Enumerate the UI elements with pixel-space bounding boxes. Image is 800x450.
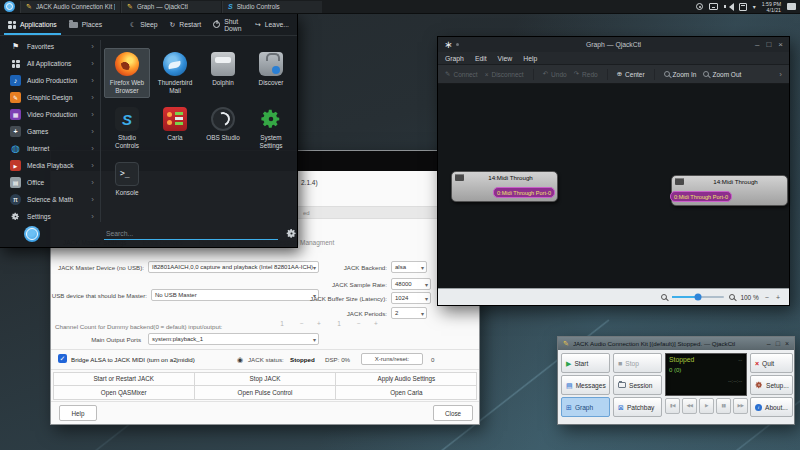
tab-applications[interactable]: Applications (8, 14, 57, 35)
buffer-size-select[interactable]: 1024 (391, 292, 431, 304)
app-konsole[interactable]: Konsole (104, 158, 150, 201)
taskbar-item-studio-controls[interactable]: Studio Controls (222, 1, 322, 13)
xruns-reset-button[interactable]: X-runs/reset: (361, 353, 423, 365)
center-button[interactable]: Center (617, 70, 645, 78)
app-studio-controls[interactable]: Studio Controls (104, 103, 150, 153)
connect-button[interactable]: Connect (445, 70, 478, 78)
app-discover[interactable]: Discover (248, 48, 294, 98)
disconnect-button[interactable]: Disconnect (485, 71, 524, 78)
transport-rewind-button[interactable] (682, 398, 697, 414)
graph-canvas[interactable]: 14:Midi Through 0:Midi Through Port-0 14… (438, 84, 789, 290)
maximize-button[interactable] (766, 41, 771, 49)
start-restart-jack-button[interactable]: Start or Restart JACK (53, 372, 195, 387)
patchbay-button[interactable]: Patchbay (613, 397, 662, 417)
close-button[interactable] (785, 340, 789, 348)
taskbar-item-qjackctl[interactable]: JACK Audio Connection Kit [(defau... (20, 1, 120, 13)
sidebar-item-favorites[interactable]: Favorites (0, 38, 100, 55)
leave-button[interactable]: Leave... (255, 14, 289, 35)
main-output-select[interactable]: system:playback_1 (148, 333, 319, 345)
search-input[interactable] (104, 228, 278, 240)
zoom-slider[interactable] (672, 296, 724, 298)
app-firefox[interactable]: Firefox Web Browser (104, 48, 150, 98)
tab-places[interactable]: Places (69, 14, 102, 35)
transport-backward-button[interactable] (665, 398, 680, 414)
sidebar-item-video-production[interactable]: Video Production (0, 106, 100, 123)
quit-button[interactable]: Quit (750, 353, 793, 373)
setup-button[interactable]: Setup... (750, 375, 793, 395)
app-carla[interactable]: Carla (152, 103, 198, 153)
session-button[interactable]: Session (613, 375, 662, 395)
backend-select[interactable]: alsa (391, 261, 427, 273)
midi-through-node-output[interactable]: 14:Midi Through 0:Midi Through Port-0 (451, 171, 558, 202)
app-thunderbird[interactable]: Thunderbird Mail (152, 48, 198, 98)
volume-icon[interactable] (724, 3, 733, 11)
app-system-settings[interactable]: System Settings (248, 103, 294, 153)
usb-master-select[interactable]: No USB Master (151, 289, 319, 301)
transport-play-button[interactable] (699, 398, 714, 414)
graph-button[interactable]: Graph (561, 397, 610, 417)
stop-button[interactable]: Stop (613, 353, 662, 373)
restart-button[interactable]: Restart (170, 14, 202, 35)
zoom-decrease-button[interactable] (764, 294, 770, 301)
graph-titlebar[interactable]: Graph — QjackCtl (438, 37, 789, 52)
bridge-alsa-checkbox[interactable] (58, 354, 67, 363)
zoom-out-button[interactable]: Zoom Out (703, 71, 741, 78)
sample-rate-select[interactable]: 48000 (391, 278, 431, 290)
menu-help[interactable]: Help (523, 55, 537, 62)
tray-expander-icon[interactable] (753, 3, 756, 10)
tray-studio-controls-icon[interactable] (696, 3, 703, 10)
open-carla-button[interactable]: Open Carla (335, 385, 477, 400)
gear-icon[interactable] (286, 225, 297, 243)
notifications-icon[interactable] (787, 3, 796, 10)
messages-button[interactable]: Messages (561, 375, 610, 395)
sidebar-item-office[interactable]: Office (0, 174, 100, 191)
app-obs-studio[interactable]: OBS Studio (200, 103, 246, 153)
sidebar-item-graphic-design[interactable]: Graphic Design (0, 89, 100, 106)
sidebar-item-internet[interactable]: Internet (0, 140, 100, 157)
tray-display-icon[interactable] (709, 3, 718, 10)
menu-graph[interactable]: Graph (445, 55, 464, 62)
open-pulse-control-button[interactable]: Open Pulse Control (194, 385, 336, 400)
sidebar-item-science-math[interactable]: Science & Math (0, 191, 100, 208)
decrement-button[interactable] (298, 320, 306, 327)
zoom-in-button[interactable]: Zoom In (664, 71, 697, 78)
redo-button[interactable]: Redo (574, 70, 598, 78)
minimize-button[interactable] (755, 41, 759, 49)
midi-port-input[interactable]: 0:Midi Through Port-0 (670, 191, 732, 202)
zoom-increase-button[interactable] (775, 294, 781, 301)
zoom-in-icon[interactable] (729, 294, 735, 300)
zoom-out-icon[interactable] (661, 294, 667, 300)
sidebar-item-audio-production[interactable]: Audio Production (0, 72, 100, 89)
transport-pause-button[interactable] (716, 398, 731, 414)
apply-audio-settings-button[interactable]: Apply Audio Settings (335, 372, 477, 387)
transport-forward-button[interactable] (733, 398, 748, 414)
menu-view[interactable]: View (498, 55, 513, 62)
zoom-slider-handle[interactable] (695, 294, 702, 301)
toolbar-overflow-icon[interactable] (779, 70, 782, 79)
midi-through-node-input[interactable]: 14:Midi Through 0:Midi Through Port-0 (671, 175, 788, 206)
stop-jack-button[interactable]: Stop JACK (194, 372, 336, 387)
sleep-button[interactable]: Sleep (130, 14, 157, 35)
periods-select[interactable]: 2 (391, 307, 427, 319)
minimize-button[interactable] (767, 340, 771, 348)
maximize-button[interactable] (776, 340, 780, 348)
close-button[interactable]: Close (433, 405, 473, 421)
clock[interactable]: 1:59 PM 4/1/21 (762, 1, 781, 13)
application-launcher-button[interactable] (4, 1, 15, 12)
main-titlebar[interactable]: JACK Audio Connection Kit [(default)] St… (558, 337, 794, 350)
close-button[interactable] (778, 41, 783, 49)
start-button[interactable]: Start (561, 353, 610, 373)
clipboard-icon[interactable] (739, 3, 747, 11)
master-device-select[interactable]: I82801AAICH,0,0 capture and playback (In… (148, 261, 319, 273)
taskbar-item-graph[interactable]: Graph — QjackCtl (121, 1, 221, 13)
sidebar-item-all-applications[interactable]: All Applications (0, 55, 100, 72)
app-dolphin[interactable]: Dolphin (200, 48, 246, 98)
open-qasmixer-button[interactable]: Open QASMixer (53, 385, 195, 400)
increment-button[interactable] (315, 320, 323, 327)
help-button[interactable]: Help (59, 405, 97, 421)
midi-port-output[interactable]: 0:Midi Through Port-0 (493, 187, 555, 198)
shutdown-button[interactable]: Shut Down (213, 14, 243, 35)
undo-button[interactable]: Undo (543, 70, 567, 78)
menu-edit[interactable]: Edit (475, 55, 487, 62)
sidebar-item-media-playback[interactable]: Media Playback (0, 157, 100, 174)
